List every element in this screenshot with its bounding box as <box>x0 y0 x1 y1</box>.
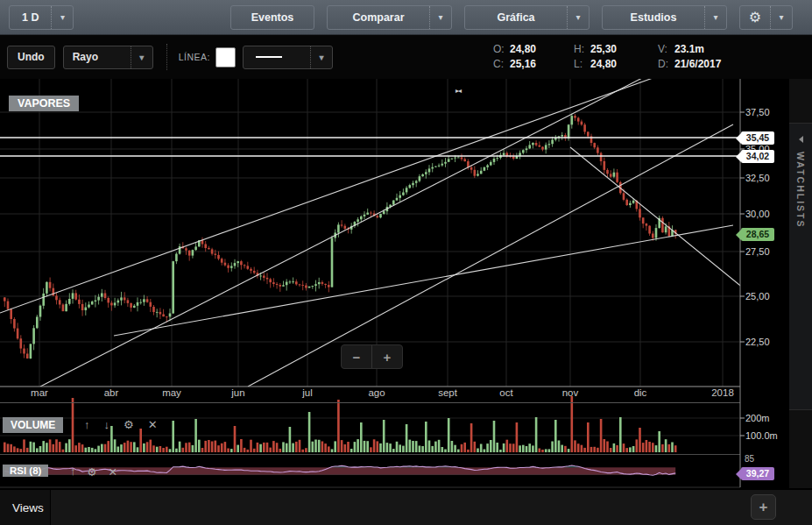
views-tab[interactable]: Views <box>0 490 51 525</box>
watchlists-tab-label: WATCHLISTS <box>795 152 806 228</box>
watchlists-tab[interactable]: WATCHLISTS <box>789 123 812 410</box>
rsi-panel-label: RSI (8) <box>3 465 48 477</box>
price-axis-label: 25,00 <box>745 291 770 302</box>
watchlists-sidebar: WATCHLISTS <box>788 79 812 488</box>
move-panel-down-icon[interactable]: ↓ <box>104 418 110 431</box>
gear-icon[interactable]: ⚙ <box>740 6 770 29</box>
studies-button[interactable]: Estudios ▾ <box>602 5 727 30</box>
compare-button[interactable]: Comparar ▾ <box>327 5 452 30</box>
x-axis-label: 2018 <box>710 387 736 398</box>
line-style-dropdown[interactable]: ▾ <box>243 46 333 69</box>
undo-button[interactable]: Undo <box>7 46 55 69</box>
x-axis-label: mar <box>26 387 53 398</box>
chevron-down-icon[interactable]: ▾ <box>310 46 332 68</box>
price-axis-label: 30,00 <box>745 209 770 219</box>
chart-workspace: VAPORES ▸◂ − + VOLUME ↑ ↓ ⚙ ✕ RSI (8) ↑ … <box>0 79 812 488</box>
price-tag: 35,45 <box>741 131 774 145</box>
chevron-down-icon[interactable]: ▾ <box>131 46 152 68</box>
open-value: 24,80 <box>510 43 536 55</box>
top-toolbar-buttons: Eventos Comparar ▾ Gráfica ▾ Estudios ▾ … <box>230 5 793 30</box>
price-axis-label: 37,50 <box>745 107 770 117</box>
timeframe-label[interactable]: 1 D <box>10 6 51 29</box>
studies-label[interactable]: Estudios <box>603 6 704 29</box>
volume-axis-label: 100.0m <box>745 430 778 441</box>
collapse-handle-icon[interactable]: ▸◂ <box>455 87 461 95</box>
x-axis-label: may <box>159 387 185 398</box>
ohlc-readout: O:24,80 H:25,30 V:23.1m C:25,16 L:24,80 … <box>493 43 721 70</box>
volume-axis-label: 200m <box>745 413 770 423</box>
x-axis-label: sept <box>434 387 461 398</box>
symbol-label: VAPORES <box>9 96 79 111</box>
line-color-label: LÍNEA: <box>179 52 210 62</box>
chevron-left-icon <box>799 136 803 143</box>
line-icon <box>256 56 282 58</box>
drawing-tool-dropdown[interactable]: Rayo ▾ <box>63 46 153 69</box>
timeframe-button[interactable]: 1 D ▾ <box>9 5 74 30</box>
rsi-axis-label: 85 <box>745 454 754 464</box>
close-icon[interactable]: ✕ <box>108 465 117 479</box>
line-color-swatch[interactable] <box>215 47 236 67</box>
volume-panel-icons: ↑ ↓ ⚙ ✕ <box>84 418 158 431</box>
close-icon[interactable]: ✕ <box>148 418 158 431</box>
open-label: O: <box>493 43 510 55</box>
close-readout: C:25,16 <box>493 58 574 70</box>
date-label: D: <box>658 58 674 70</box>
chevron-down-icon[interactable]: ▾ <box>429 6 451 29</box>
low-label: L: <box>574 58 590 70</box>
high-value: 25,30 <box>590 43 617 55</box>
volume-panel-label: VOLUME <box>3 417 63 433</box>
x-axis-label: abr <box>98 387 124 398</box>
toolbar-divider <box>166 44 168 70</box>
high-label: H: <box>574 43 590 55</box>
zoom-in-button[interactable]: + <box>371 345 402 368</box>
move-panel-up-icon[interactable]: ↑ <box>84 418 90 431</box>
top-toolbar: 1 D ▾ Eventos Comparar ▾ Gráfica ▾ Estud… <box>0 0 812 35</box>
rsi-panel-icons: ↑ ⚙ ✕ <box>70 465 117 479</box>
close-value: 25,16 <box>510 58 536 70</box>
price-tag: 28,65 <box>741 228 774 241</box>
volume-value: 23.1m <box>674 43 704 55</box>
settings-button[interactable]: ⚙ ▾ <box>739 5 793 30</box>
zoom-out-button[interactable]: − <box>342 345 371 368</box>
timeframe-group: 1 D ▾ <box>9 5 74 30</box>
events-button[interactable]: Eventos <box>230 5 314 30</box>
drawing-toolbar: Undo Rayo ▾ LÍNEA: ▾ O:24,80 H:25,30 V:2… <box>0 35 812 79</box>
low-value: 24,80 <box>590 58 617 70</box>
volume-readout: V:23.1m <box>658 43 721 55</box>
x-axis-label: dic <box>627 387 653 398</box>
trading-app: 1 D ▾ Eventos Comparar ▾ Gráfica ▾ Estud… <box>0 0 812 525</box>
add-view-button[interactable]: + <box>751 494 776 520</box>
close-label: C: <box>493 58 510 70</box>
date-readout: D:21/6/2017 <box>658 58 721 70</box>
price-tag: 34,02 <box>741 150 774 163</box>
price-axis-label: 22,50 <box>745 337 770 347</box>
price-axis-label: 32,50 <box>745 173 770 183</box>
price-tag: 39,27 <box>741 467 774 480</box>
chevron-down-icon[interactable]: ▾ <box>567 6 589 29</box>
views-bar: Views + <box>0 488 812 525</box>
x-axis-label: jun <box>225 387 251 398</box>
line-style-preview[interactable] <box>244 56 310 58</box>
x-axis-label: oct <box>493 387 519 398</box>
chevron-down-icon[interactable]: ▾ <box>704 6 726 29</box>
zoom-controls: − + <box>341 344 403 369</box>
volume-label: V: <box>658 43 674 55</box>
high-readout: H:25,30 <box>574 43 658 55</box>
chevron-down-icon[interactable]: ▾ <box>51 6 73 29</box>
price-axis-label: 27,50 <box>745 246 770 257</box>
open-readout: O:24,80 <box>493 43 574 55</box>
chart-type-button[interactable]: Gráfica ▾ <box>464 5 590 30</box>
settings-icon[interactable]: ⚙ <box>87 465 96 479</box>
x-axis-label: nov <box>557 387 583 398</box>
drawing-tool-label[interactable]: Rayo <box>64 51 131 63</box>
chevron-down-icon[interactable]: ▾ <box>770 6 792 29</box>
compare-label[interactable]: Comparar <box>328 6 429 29</box>
date-value: 21/6/2017 <box>674 58 721 70</box>
chart-type-label[interactable]: Gráfica <box>465 6 567 29</box>
x-axis-label: ago <box>364 387 390 398</box>
move-panel-up-icon[interactable]: ↑ <box>70 465 75 479</box>
settings-icon[interactable]: ⚙ <box>124 418 134 431</box>
x-axis-label: jul <box>294 387 321 398</box>
low-readout: L:24,80 <box>574 58 658 70</box>
x-axis-label: feb <box>0 387 4 398</box>
